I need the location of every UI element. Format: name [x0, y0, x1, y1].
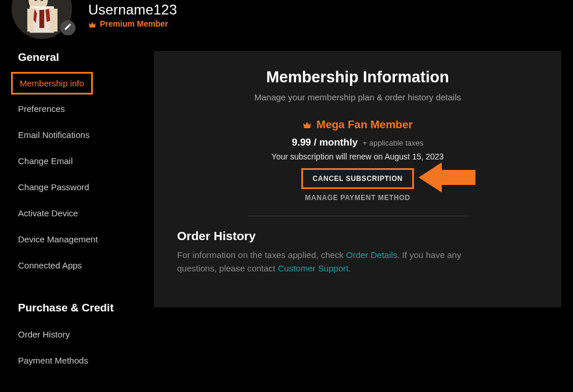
renewal-text: Your subscription will renew on August 1…	[154, 152, 561, 161]
order-history-title: Order History	[177, 229, 502, 243]
order-history-section: Order History For information on the tax…	[154, 229, 502, 275]
order-details-link[interactable]: Order Details	[346, 250, 397, 260]
svg-rect-5	[51, 9, 57, 32]
sidebar-item-order-history[interactable]: Order History	[18, 324, 70, 345]
sidebar-item-change-password[interactable]: Change Password	[18, 176, 89, 198]
sidebar-item-change-email[interactable]: Change Email	[18, 150, 73, 172]
sidebar-item-device-management[interactable]: Device Management	[18, 228, 98, 250]
tax-note: + applicable taxes	[363, 139, 423, 147]
svg-marker-6	[419, 162, 475, 193]
sidebar-item-preferences[interactable]: Preferences	[18, 98, 65, 119]
sidebar-item-email-notifications[interactable]: Email Notifications	[18, 124, 89, 146]
price-line: 9.99 / monthly + applicable taxes	[154, 137, 561, 148]
svg-rect-4	[27, 9, 33, 32]
sidebar-section-general: General	[18, 51, 154, 64]
page-subtitle: Manage your membership plan & order hist…	[154, 92, 561, 102]
sidebar: General Membership info Preferences Emai…	[12, 41, 154, 376]
sidebar-item-activate-device[interactable]: Activate Device	[18, 202, 78, 224]
price-value: 9.99 / monthly	[292, 137, 358, 148]
sidebar-item-membership-info[interactable]: Membership info	[11, 72, 93, 95]
divider	[248, 216, 467, 216]
cancel-subscription-button[interactable]: CANCEL SUBSCRIPTION	[301, 168, 413, 189]
premium-badge: Premium Member	[100, 19, 168, 28]
profile-header: Username123 Premium Member	[0, 0, 573, 41]
order-text-part3: .	[348, 263, 351, 273]
manage-payment-button[interactable]: MANAGE PAYMENT METHOD	[154, 194, 561, 202]
sidebar-item-payment-methods[interactable]: Payment Methods	[18, 350, 88, 371]
crown-icon	[88, 20, 96, 27]
content-panel: Membership Information Manage your membe…	[154, 51, 561, 307]
page-title: Membership Information	[154, 68, 561, 86]
customer-support-link[interactable]: Customer Support	[278, 263, 348, 273]
order-history-text: For information on the taxes applied, ch…	[177, 249, 502, 275]
user-meta: Username123 Premium Member	[88, 2, 177, 28]
order-text-part1: For information on the taxes applied, ch…	[177, 250, 346, 260]
plan-line: Mega Fan Member	[154, 118, 561, 131]
avatar-container	[12, 0, 74, 39]
edit-avatar-button[interactable]	[60, 20, 75, 35]
username: Username123	[88, 2, 177, 18]
pencil-icon	[64, 23, 72, 33]
svg-rect-3	[39, 10, 44, 28]
sidebar-item-connected-apps[interactable]: Connected Apps	[18, 255, 82, 276]
crown-icon	[302, 121, 312, 129]
sidebar-section-purchase: Purchase & Credit	[18, 302, 154, 314]
plan-name: Mega Fan Member	[316, 118, 413, 131]
callout-arrow-icon	[419, 161, 475, 194]
